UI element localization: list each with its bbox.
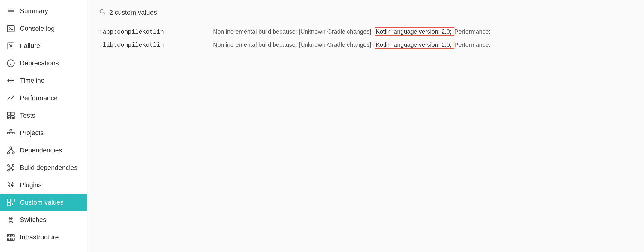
sidebar-item-plugins[interactable]: Plugins: [0, 176, 87, 194]
svg-point-51: [10, 218, 11, 219]
switches-icon: [6, 215, 16, 225]
value-suffix-1: Performance:: [454, 28, 490, 35]
sidebar-item-projects[interactable]: Projects: [0, 124, 87, 142]
sidebar-label-summary: Summary: [20, 7, 48, 15]
svg-line-41: [11, 166, 13, 167]
sidebar-item-summary[interactable]: Summary: [0, 2, 87, 20]
svg-rect-24: [10, 129, 12, 131]
timeline-icon: [6, 76, 16, 86]
projects-icon: [6, 128, 16, 138]
svg-line-43: [11, 168, 13, 170]
sidebar-item-timeline[interactable]: Timeline: [0, 72, 87, 89]
sidebar-item-infrastructure[interactable]: Infrastructure: [0, 229, 87, 246]
summary-icon: [6, 6, 16, 16]
performance-icon: [6, 93, 16, 103]
sidebar-item-build-dependencies[interactable]: Build dependencies: [0, 159, 87, 176]
value-prefix-2: Non incremental build because: [Unknown …: [213, 41, 375, 48]
svg-point-63: [100, 10, 104, 14]
sidebar-label-plugins: Plugins: [20, 181, 41, 189]
svg-point-31: [7, 152, 9, 154]
sidebar-label-switches: Switches: [20, 216, 46, 224]
value-prefix-1: Non incremental build because: [Unknown …: [213, 28, 375, 35]
svg-line-33: [8, 149, 11, 152]
svg-point-62: [12, 239, 13, 239]
sidebar-label-custom-values: Custom values: [20, 199, 64, 206]
svg-rect-16: [7, 112, 10, 115]
sidebar-item-deprecations[interactable]: Deprecations: [0, 55, 87, 72]
svg-point-61: [12, 236, 13, 236]
svg-point-32: [12, 152, 14, 154]
failure-icon: [6, 41, 16, 51]
svg-line-40: [9, 166, 10, 167]
sidebar-label-projects: Projects: [20, 129, 44, 137]
tests-icon: [6, 111, 16, 120]
data-table: :app:compileKotlin Non incremental build…: [99, 25, 632, 52]
sidebar-label-performance: Performance: [20, 94, 58, 102]
sidebar-label-deprecations: Deprecations: [20, 59, 59, 67]
sidebar-item-failure[interactable]: Failure: [0, 37, 87, 55]
sidebar: Summary Console log Failure: [0, 0, 87, 252]
table-row: :lib:compileKotlin Non incremental build…: [99, 38, 632, 52]
svg-point-30: [10, 147, 12, 149]
task-name-2: :lib:compileKotlin: [99, 41, 213, 50]
svg-line-64: [104, 13, 105, 14]
svg-rect-47: [7, 203, 10, 206]
deprecations-icon: [6, 58, 16, 68]
count-label: 2 custom values: [109, 9, 157, 16]
sidebar-label-infrastructure: Infrastructure: [20, 233, 59, 241]
svg-rect-45: [7, 199, 10, 202]
table-row: :app:compileKotlin Non incremental build…: [99, 25, 632, 38]
sidebar-label-dependencies: Dependencies: [20, 146, 62, 154]
svg-rect-46: [11, 199, 14, 202]
search-icon: [99, 8, 106, 17]
sidebar-item-custom-values[interactable]: Custom values: [0, 194, 87, 211]
search-header: 2 custom values: [99, 8, 632, 17]
svg-line-34: [11, 149, 13, 152]
svg-point-59: [8, 236, 9, 236]
sidebar-item-console-log[interactable]: Console log: [0, 20, 87, 37]
value-highlight-2: Kotlin language version: 2.0;: [375, 40, 454, 49]
value-highlight-1: Kotlin language version: 2.0;: [375, 27, 454, 36]
svg-point-60: [8, 239, 9, 239]
plugins-icon: [6, 180, 16, 190]
build-deps-icon: [6, 163, 16, 172]
custom-values-icon: [6, 198, 16, 207]
sidebar-item-switches[interactable]: Switches: [0, 211, 87, 229]
sidebar-item-dependencies[interactable]: Dependencies: [0, 142, 87, 159]
task-value-2: Non incremental build because: [Unknown …: [213, 40, 490, 49]
svg-point-44: [10, 184, 12, 186]
sidebar-label-build-dependencies: Build dependencies: [20, 164, 77, 172]
task-value-1: Non incremental build because: [Unknown …: [213, 27, 490, 36]
sidebar-item-tests[interactable]: Tests: [0, 107, 87, 124]
infrastructure-icon: [6, 232, 16, 242]
value-suffix-2: Performance:: [454, 41, 490, 48]
sidebar-label-tests: Tests: [20, 112, 35, 119]
task-name-1: :app:compileKotlin: [99, 28, 213, 37]
main-content: 2 custom values :app:compileKotlin Non i…: [87, 0, 644, 252]
dependencies-icon: [6, 146, 16, 155]
sidebar-label-console-log: Console log: [20, 25, 55, 32]
svg-line-42: [9, 168, 10, 170]
svg-rect-17: [11, 112, 14, 115]
svg-point-11: [11, 64, 11, 65]
sidebar-item-performance[interactable]: Performance: [0, 89, 87, 107]
svg-point-54: [9, 221, 13, 223]
console-icon: [6, 24, 16, 33]
sidebar-label-failure: Failure: [20, 42, 40, 50]
sidebar-label-timeline: Timeline: [20, 77, 44, 85]
